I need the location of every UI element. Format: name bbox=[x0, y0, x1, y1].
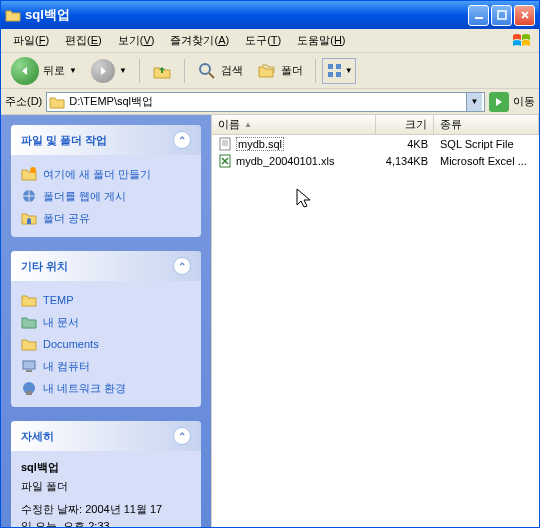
file-type: SQL Script File bbox=[434, 138, 539, 150]
minimize-button[interactable] bbox=[468, 5, 489, 26]
svg-rect-9 bbox=[23, 361, 35, 369]
file-size: 4,134KB bbox=[376, 155, 434, 167]
file-row[interactable]: mydb.sql 4KB SQL Script File bbox=[212, 135, 539, 152]
place-documents[interactable]: Documents bbox=[21, 333, 191, 355]
separator bbox=[315, 59, 316, 83]
close-button[interactable] bbox=[514, 5, 535, 26]
svg-point-7 bbox=[30, 167, 36, 173]
place-label: TEMP bbox=[43, 294, 74, 306]
menubar: 파일(F) 편집(E) 보기(V) 즐겨찾기(A) 도구(T) 도움말(H) bbox=[1, 29, 539, 53]
column-headers: 이름▲ 크기 종류 bbox=[212, 115, 539, 135]
file-name: mydb_20040101.xls bbox=[236, 155, 334, 167]
task-publish-web[interactable]: 폴더를 웹에 게시 bbox=[21, 185, 191, 207]
views-button[interactable]: ▼ bbox=[322, 58, 356, 84]
forward-button[interactable]: ▼ bbox=[85, 57, 133, 85]
menu-edit[interactable]: 편집(E) bbox=[57, 31, 110, 50]
toolbar: 뒤로 ▼ ▼ 검색 폴더 ▼ bbox=[1, 53, 539, 89]
details-panel: 자세히 ⌃ sql백업 파일 폴더 수정한 날짜: 2004년 11월 17 일… bbox=[11, 421, 201, 527]
file-name: mydb.sql bbox=[236, 137, 284, 151]
windows-logo-icon bbox=[509, 31, 535, 51]
panel-header[interactable]: 파일 및 폴더 작업 ⌃ bbox=[11, 125, 201, 155]
go-label: 이동 bbox=[513, 94, 535, 109]
address-dropdown-button[interactable]: ▼ bbox=[466, 93, 482, 111]
titlebar[interactable]: sql백업 bbox=[1, 1, 539, 29]
address-label: 주소(D) bbox=[5, 94, 42, 109]
go-icon bbox=[493, 96, 505, 108]
task-label: 여기에 새 폴더 만들기 bbox=[43, 167, 151, 182]
sort-asc-icon: ▲ bbox=[244, 120, 252, 129]
panel-header[interactable]: 자세히 ⌃ bbox=[11, 421, 201, 451]
xls-file-icon bbox=[218, 154, 234, 168]
panel-header[interactable]: 기타 위치 ⌃ bbox=[11, 251, 201, 281]
menu-file[interactable]: 파일(F) bbox=[5, 31, 57, 50]
forward-icon bbox=[91, 59, 115, 83]
address-bar: 주소(D) ▼ 이동 bbox=[1, 89, 539, 115]
menu-view[interactable]: 보기(V) bbox=[110, 31, 163, 50]
sql-file-icon bbox=[218, 137, 234, 151]
place-temp[interactable]: TEMP bbox=[21, 289, 191, 311]
column-size[interactable]: 크기 bbox=[376, 115, 434, 134]
menu-help[interactable]: 도움말(H) bbox=[289, 31, 353, 50]
task-share-folder[interactable]: 폴더 공유 bbox=[21, 207, 191, 229]
svg-rect-0 bbox=[475, 17, 483, 19]
panel-title: 파일 및 폴더 작업 bbox=[21, 133, 107, 148]
column-label: 종류 bbox=[440, 117, 462, 132]
computer-icon bbox=[21, 358, 37, 374]
details-name: sql백업 bbox=[21, 459, 191, 476]
column-name[interactable]: 이름▲ bbox=[212, 115, 376, 134]
place-my-documents[interactable]: 내 문서 bbox=[21, 311, 191, 333]
up-button[interactable] bbox=[146, 59, 178, 83]
svg-rect-3 bbox=[328, 64, 333, 69]
file-row[interactable]: mydb_20040101.xls 4,134KB Microsoft Exce… bbox=[212, 152, 539, 169]
network-icon bbox=[21, 380, 37, 396]
collapse-icon[interactable]: ⌃ bbox=[173, 257, 191, 275]
file-folder-tasks-panel: 파일 및 폴더 작업 ⌃ 여기에 새 폴더 만들기 폴더를 웹에 게시 폴더 공… bbox=[11, 125, 201, 237]
place-label: 내 문서 bbox=[43, 315, 79, 330]
search-icon bbox=[197, 61, 217, 81]
place-label: 내 네트워크 환경 bbox=[43, 381, 126, 396]
folder-icon bbox=[49, 95, 65, 109]
menu-favorites[interactable]: 즐겨찾기(A) bbox=[162, 31, 237, 50]
folders-icon bbox=[257, 61, 277, 81]
details-modified-2: 일 오늘, 오후 2:33 bbox=[21, 518, 191, 527]
svg-rect-1 bbox=[498, 11, 506, 19]
svg-rect-5 bbox=[328, 72, 333, 77]
separator bbox=[184, 59, 185, 83]
share-icon bbox=[21, 210, 37, 226]
folder-icon bbox=[21, 292, 37, 308]
back-button[interactable]: 뒤로 ▼ bbox=[5, 55, 83, 87]
go-button[interactable] bbox=[489, 92, 509, 112]
back-icon bbox=[11, 57, 39, 85]
svg-rect-10 bbox=[26, 370, 32, 372]
documents-icon bbox=[21, 314, 37, 330]
folders-button[interactable]: 폴더 bbox=[251, 59, 309, 83]
globe-icon bbox=[21, 188, 37, 204]
column-type[interactable]: 종류 bbox=[434, 115, 539, 134]
address-input[interactable] bbox=[65, 96, 466, 108]
place-network[interactable]: 내 네트워크 환경 bbox=[21, 377, 191, 399]
menu-tools[interactable]: 도구(T) bbox=[237, 31, 289, 50]
svg-rect-13 bbox=[220, 138, 230, 150]
svg-rect-4 bbox=[336, 64, 341, 69]
other-places-panel: 기타 위치 ⌃ TEMP 내 문서 Documents 내 컴퓨터 내 네트워크… bbox=[11, 251, 201, 407]
chevron-down-icon: ▼ bbox=[471, 97, 479, 106]
search-label: 검색 bbox=[221, 63, 243, 78]
collapse-icon[interactable]: ⌃ bbox=[173, 131, 191, 149]
address-box[interactable]: ▼ bbox=[46, 92, 485, 112]
details-type: 파일 폴더 bbox=[21, 478, 191, 495]
back-label: 뒤로 bbox=[43, 63, 65, 78]
chevron-down-icon: ▼ bbox=[69, 66, 77, 75]
file-list[interactable]: mydb.sql 4KB SQL Script File mydb_200401… bbox=[212, 135, 539, 169]
maximize-button[interactable] bbox=[491, 5, 512, 26]
place-my-computer[interactable]: 내 컴퓨터 bbox=[21, 355, 191, 377]
column-label: 이름 bbox=[218, 117, 240, 132]
views-icon bbox=[325, 61, 345, 81]
task-new-folder[interactable]: 여기에 새 폴더 만들기 bbox=[21, 163, 191, 185]
new-folder-icon bbox=[21, 166, 37, 182]
folder-icon bbox=[5, 7, 21, 23]
folders-label: 폴더 bbox=[281, 63, 303, 78]
collapse-icon[interactable]: ⌃ bbox=[173, 427, 191, 445]
task-label: 폴더를 웹에 게시 bbox=[43, 189, 126, 204]
search-button[interactable]: 검색 bbox=[191, 59, 249, 83]
panel-title: 자세히 bbox=[21, 429, 54, 444]
